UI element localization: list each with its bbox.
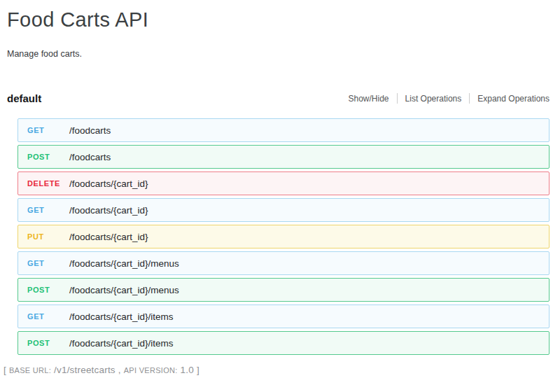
endpoint-row[interactable]: GET /foodcarts/{cart_id}/menus [18,251,550,275]
endpoint-row[interactable]: DELETE /foodcarts/{cart_id} [18,172,550,195]
links-divider [469,93,470,104]
endpoint-path[interactable]: /foodcarts/{cart_id}/menus [69,285,179,295]
endpoint-path[interactable]: /foodcarts [69,152,111,162]
method-badge[interactable]: GET [27,206,69,214]
endpoint-row[interactable]: GET /foodcarts [18,118,550,142]
footer-close-bracket: ] [197,365,200,375]
endpoint-row[interactable]: GET /foodcarts/{cart_id}/items [18,304,550,328]
method-badge[interactable]: GET [27,259,69,267]
endpoint-row[interactable]: POST /foodcarts/{cart_id}/menus [18,278,550,302]
method-badge[interactable]: POST [27,339,69,347]
endpoint-path[interactable]: /foodcarts/{cart_id}/items [69,312,174,322]
base-url-footer: [ BASE URL: /v1/streetcarts , API VERSIO… [4,365,550,375]
links-divider [397,93,398,104]
endpoints-list: GET /foodcarts POST /foodcarts DELETE /f… [18,118,550,355]
endpoint-row[interactable]: POST /foodcarts/{cart_id}/items [18,331,550,355]
endpoint-row[interactable]: POST /foodcarts [18,145,550,169]
method-badge[interactable]: GET [27,312,69,321]
page-subtitle: Manage food carts. [7,49,550,59]
endpoint-path[interactable]: /foodcarts [69,125,111,136]
footer-open-bracket: [ [4,365,6,375]
section-links: Show/Hide List Operations Expand Operati… [349,93,550,104]
show-hide-link[interactable]: Show/Hide [349,94,389,104]
method-badge[interactable]: PUT [27,232,69,241]
expand-operations-link[interactable]: Expand Operations [477,94,550,104]
endpoint-path[interactable]: /foodcarts/{cart_id}/items [69,338,174,349]
api-docs-page: Food Carts API Manage food carts. defaul… [0,0,560,375]
endpoint-path[interactable]: /foodcarts/{cart_id} [69,205,148,216]
endpoint-path[interactable]: /foodcarts/{cart_id} [69,232,148,242]
api-version-label: API VERSION: [124,366,178,374]
api-version-value: 1.0 [181,365,194,375]
method-badge[interactable]: POST [27,153,69,161]
section-header: default Show/Hide List Operations Expand… [7,92,550,104]
section-name-default[interactable]: default [7,92,41,104]
list-operations-link[interactable]: List Operations [405,94,462,104]
endpoint-path[interactable]: /foodcarts/{cart_id}/menus [69,258,179,269]
method-badge[interactable]: POST [27,286,69,294]
endpoint-row[interactable]: GET /foodcarts/{cart_id} [18,198,550,222]
base-url-value: /v1/streetcarts [54,365,115,375]
method-badge[interactable]: DELETE [27,179,69,188]
page-title: Food Carts API [7,7,550,32]
endpoint-path[interactable]: /foodcarts/{cart_id} [69,178,148,189]
footer-separator: , [118,365,121,375]
method-badge[interactable]: GET [27,126,69,134]
base-url-label: BASE URL: [9,366,51,374]
endpoint-row[interactable]: PUT /foodcarts/{cart_id} [18,225,550,248]
